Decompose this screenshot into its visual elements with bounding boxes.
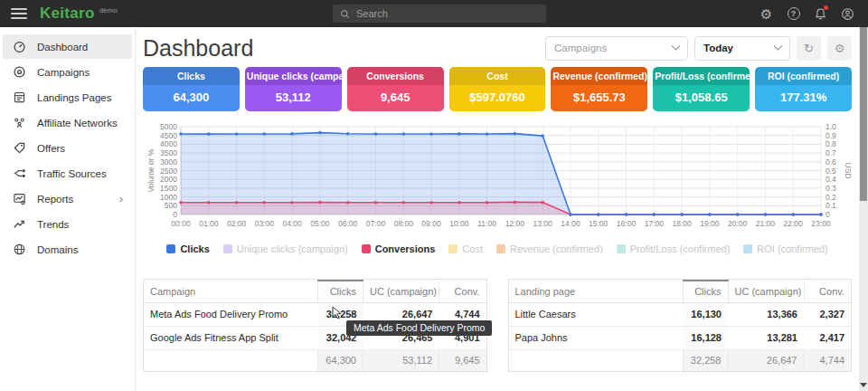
metric-value: $1,655.73 bbox=[551, 85, 647, 111]
svg-text:1000: 1000 bbox=[160, 193, 177, 202]
column-header[interactable]: Campaign bbox=[144, 281, 318, 302]
column-header-conv-[interactable]: Conv. bbox=[439, 281, 486, 302]
entity-name-link[interactable]: Little Caesars bbox=[509, 302, 684, 326]
svg-text:0.9: 0.9 bbox=[826, 131, 836, 140]
legend-swatch bbox=[496, 244, 505, 253]
campaign-filter-select[interactable]: Campaigns bbox=[545, 36, 688, 61]
pages-icon bbox=[13, 91, 26, 104]
sidebar-item-domains[interactable]: Domains bbox=[3, 237, 132, 262]
column-header[interactable]: Landing page bbox=[509, 281, 684, 302]
legend-item-roi-confirmed-[interactable]: ROI (confirmed) bbox=[743, 243, 827, 254]
row-tooltip: Meta Ads Food Delivery Promo bbox=[346, 320, 492, 336]
table-row[interactable]: Papa Johns16,12813,2812,417 bbox=[509, 326, 852, 349]
landing-page-table: Landing pageClicksUC (campaign)Conv.Litt… bbox=[508, 279, 853, 372]
entity-name-link[interactable]: Google Ads Fitness App Split bbox=[144, 326, 318, 349]
metric-cell: 13,281 bbox=[728, 326, 804, 349]
tag-icon bbox=[13, 141, 26, 155]
svg-text:1500: 1500 bbox=[160, 184, 177, 193]
svg-text:3000: 3000 bbox=[160, 157, 177, 167]
sidebar-nav: DashboardCampaignsLandings PagesAffiliat… bbox=[0, 27, 136, 391]
metric-value: 9,645 bbox=[347, 85, 444, 111]
metric-value: $597.0760 bbox=[449, 85, 546, 111]
table-row[interactable]: Little Caesars16,13013,3662,327 bbox=[509, 302, 852, 326]
svg-text:0.1: 0.1 bbox=[826, 201, 836, 210]
legend-swatch bbox=[617, 244, 626, 253]
sidebar-item-campaigns[interactable]: Campaigns bbox=[3, 60, 132, 84]
legend-item-revenue-confirmed-[interactable]: Revenue (confirmed) bbox=[496, 243, 603, 254]
svg-text:4000: 4000 bbox=[160, 139, 177, 148]
svg-text:01:00: 01:00 bbox=[199, 219, 219, 228]
sidebar-item-affiliate-networks[interactable]: Affiliate Networks bbox=[3, 110, 132, 135]
date-range-select[interactable]: Today bbox=[694, 36, 790, 61]
legend-item-unique-clicks-campaign-[interactable]: Unique clicks (campaign) bbox=[223, 243, 348, 254]
user-account-icon[interactable] bbox=[840, 6, 855, 22]
entity-name-link[interactable]: Meta Ads Food Delivery Promo bbox=[144, 302, 318, 326]
sidebar-item-label: Traffic Sources bbox=[37, 168, 107, 179]
legend-label: Unique clicks (campaign) bbox=[237, 243, 348, 254]
svg-text:12:00: 12:00 bbox=[505, 219, 525, 228]
sidebar-item-label: Offers bbox=[37, 143, 65, 154]
sidebar-item-landings-pages[interactable]: Landings Pages bbox=[3, 85, 132, 110]
total-cell: 53,112 bbox=[363, 349, 439, 371]
svg-text:14:00: 14:00 bbox=[561, 219, 580, 228]
notification-badge bbox=[824, 5, 828, 10]
entity-name-link[interactable]: Papa Johns bbox=[509, 326, 684, 349]
main-content: Dashboard Campaigns Today ↻ ⚙ Clicks64,3… bbox=[136, 27, 859, 391]
legend-item-conversions[interactable]: Conversions bbox=[362, 243, 436, 254]
sidebar-item-traffic-sources[interactable]: Traffic Sources bbox=[3, 161, 132, 186]
menu-icon[interactable] bbox=[11, 8, 27, 19]
help-icon[interactable]: ? bbox=[786, 6, 801, 22]
traffic-chart[interactable]: 005000.110000.215000.320000.425000.53000… bbox=[143, 119, 852, 236]
svg-text:15:00: 15:00 bbox=[589, 219, 609, 228]
scrollbar-thumb[interactable] bbox=[860, 27, 867, 201]
trend-icon bbox=[13, 217, 26, 231]
notifications-bell-icon[interactable] bbox=[813, 6, 828, 22]
column-header-uc-campaign-[interactable]: UC (campaign) bbox=[728, 281, 804, 302]
chevron-down-icon bbox=[774, 41, 783, 50]
sidebar-item-label: Trends bbox=[37, 219, 69, 230]
search-input[interactable] bbox=[356, 8, 539, 19]
split-icon bbox=[13, 167, 26, 180]
svg-text:0.8: 0.8 bbox=[826, 139, 836, 148]
column-header-conv-[interactable]: Conv. bbox=[804, 281, 851, 302]
legend-item-cost[interactable]: Cost bbox=[448, 243, 483, 254]
svg-text:16:00: 16:00 bbox=[617, 219, 637, 228]
metric-cell: 16,128 bbox=[683, 326, 728, 349]
total-cell: 32,258 bbox=[683, 349, 728, 371]
sidebar-item-dashboard[interactable]: Dashboard bbox=[3, 34, 132, 59]
svg-text:21:00: 21:00 bbox=[756, 219, 776, 228]
legend-item-profit-loss-confirmed-[interactable]: Profit/Loss (confirmed) bbox=[617, 243, 731, 254]
metric-cell: 2,417 bbox=[804, 326, 851, 349]
logo-demo-badge: demo bbox=[99, 6, 118, 14]
svg-text:18:00: 18:00 bbox=[672, 219, 692, 228]
dashboard-settings-button[interactable]: ⚙ bbox=[827, 36, 852, 61]
svg-text:2500: 2500 bbox=[160, 167, 177, 176]
top-bar: Keitaro demo ⚙ ? bbox=[0, 0, 868, 27]
sidebar-item-label: Landings Pages bbox=[37, 92, 111, 103]
svg-text:0.6: 0.6 bbox=[826, 157, 836, 167]
sidebar-item-trends[interactable]: Trends bbox=[3, 212, 132, 236]
svg-text:10:00: 10:00 bbox=[449, 219, 469, 228]
metric-card-conversions: Conversions9,645 bbox=[347, 67, 444, 111]
sidebar-item-label: Affiliate Networks bbox=[37, 118, 118, 129]
column-header-clicks[interactable]: Clicks bbox=[318, 281, 363, 302]
column-header-uc-campaign-[interactable]: UC (campaign) bbox=[363, 281, 439, 302]
sidebar-item-label: Dashboard bbox=[37, 42, 88, 52]
svg-text:09:00: 09:00 bbox=[421, 219, 441, 228]
metric-value: 177.31% bbox=[755, 85, 852, 111]
legend-item-clicks[interactable]: Clicks bbox=[166, 243, 209, 254]
scroll-down-arrow-icon[interactable] bbox=[860, 381, 867, 388]
svg-text:0.2: 0.2 bbox=[826, 193, 836, 202]
svg-text:3500: 3500 bbox=[160, 148, 177, 157]
column-header-clicks[interactable]: Clicks bbox=[683, 281, 728, 302]
svg-text:0: 0 bbox=[173, 210, 177, 219]
svg-text:13:00: 13:00 bbox=[533, 219, 553, 228]
refresh-button[interactable]: ↻ bbox=[797, 36, 821, 61]
sidebar-item-reports[interactable]: Reports› bbox=[3, 186, 132, 211]
settings-icon[interactable]: ⚙ bbox=[759, 6, 774, 22]
global-search[interactable] bbox=[333, 5, 546, 23]
svg-text:500: 500 bbox=[165, 201, 177, 210]
sidebar-item-offers[interactable]: Offers bbox=[3, 136, 132, 160]
legend-swatch bbox=[743, 244, 752, 253]
legend-swatch bbox=[448, 244, 458, 253]
